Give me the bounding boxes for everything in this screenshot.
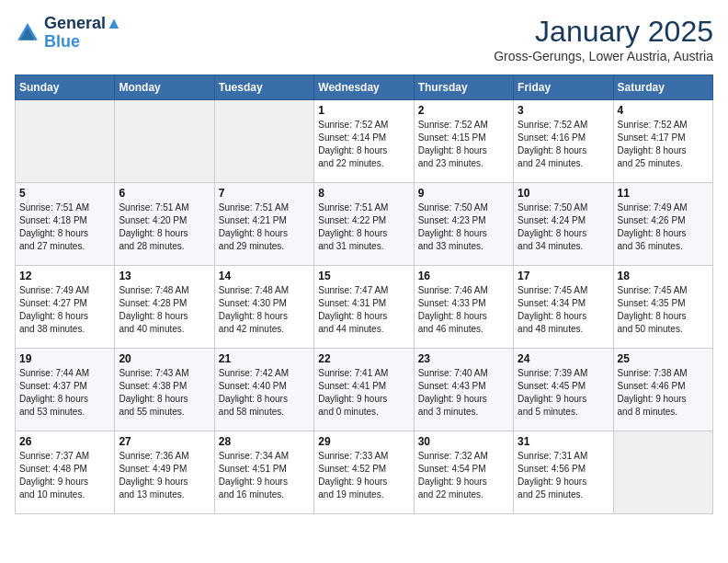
day-number: 22	[318, 352, 409, 365]
calendar-cell: 5Sunrise: 7:51 AM Sunset: 4:18 PM Daylig…	[16, 183, 115, 266]
calendar-cell: 17Sunrise: 7:45 AM Sunset: 4:34 PM Dayli…	[514, 266, 613, 349]
calendar-cell: 2Sunrise: 7:52 AM Sunset: 4:15 PM Daylig…	[414, 100, 513, 183]
calendar-cell	[115, 100, 214, 183]
day-info: Sunrise: 7:52 AM Sunset: 4:14 PM Dayligh…	[318, 119, 409, 170]
calendar-week-row: 1Sunrise: 7:52 AM Sunset: 4:14 PM Daylig…	[16, 100, 713, 183]
day-number: 14	[219, 270, 310, 282]
calendar-cell	[16, 100, 115, 183]
calendar-week-row: 26Sunrise: 7:37 AM Sunset: 4:48 PM Dayli…	[16, 431, 713, 514]
day-of-week-header: Sunday	[16, 75, 115, 100]
calendar-cell	[613, 431, 712, 514]
day-info: Sunrise: 7:52 AM Sunset: 4:15 PM Dayligh…	[418, 119, 509, 170]
location-subtitle: Gross-Gerungs, Lower Austria, Austria	[494, 49, 713, 63]
day-number: 2	[418, 104, 509, 117]
day-number: 17	[518, 270, 609, 282]
page-header: General▲ Blue January 2025 Gross-Gerungs…	[15, 15, 713, 63]
day-info: Sunrise: 7:48 AM Sunset: 4:30 PM Dayligh…	[219, 284, 310, 336]
calendar-cell: 30Sunrise: 7:32 AM Sunset: 4:54 PM Dayli…	[414, 431, 513, 514]
day-of-week-header: Wednesday	[314, 75, 414, 100]
day-number: 19	[19, 352, 110, 365]
calendar-cell: 25Sunrise: 7:38 AM Sunset: 4:46 PM Dayli…	[613, 349, 712, 431]
calendar-cell	[214, 100, 313, 183]
day-number: 28	[219, 435, 310, 448]
logo-text: General▲ Blue	[44, 15, 122, 52]
day-info: Sunrise: 7:32 AM Sunset: 4:54 PM Dayligh…	[418, 450, 509, 501]
day-info: Sunrise: 7:48 AM Sunset: 4:28 PM Dayligh…	[119, 284, 210, 336]
calendar-cell: 31Sunrise: 7:31 AM Sunset: 4:56 PM Dayli…	[514, 431, 613, 514]
day-info: Sunrise: 7:45 AM Sunset: 4:34 PM Dayligh…	[518, 284, 609, 336]
calendar-cell: 21Sunrise: 7:42 AM Sunset: 4:40 PM Dayli…	[214, 349, 313, 431]
day-number: 11	[618, 187, 709, 200]
calendar-cell: 16Sunrise: 7:46 AM Sunset: 4:33 PM Dayli…	[414, 266, 513, 349]
day-info: Sunrise: 7:51 AM Sunset: 4:22 PM Dayligh…	[318, 201, 409, 253]
day-info: Sunrise: 7:52 AM Sunset: 4:17 PM Dayligh…	[618, 119, 709, 170]
calendar-cell: 6Sunrise: 7:51 AM Sunset: 4:20 PM Daylig…	[115, 183, 214, 266]
calendar-cell: 26Sunrise: 7:37 AM Sunset: 4:48 PM Dayli…	[16, 431, 115, 514]
day-of-week-header: Tuesday	[214, 75, 313, 100]
day-number: 8	[318, 187, 409, 200]
day-info: Sunrise: 7:31 AM Sunset: 4:56 PM Dayligh…	[518, 450, 609, 501]
day-info: Sunrise: 7:37 AM Sunset: 4:48 PM Dayligh…	[19, 450, 110, 501]
calendar-cell: 9Sunrise: 7:50 AM Sunset: 4:23 PM Daylig…	[414, 183, 513, 266]
day-info: Sunrise: 7:33 AM Sunset: 4:52 PM Dayligh…	[318, 450, 409, 501]
day-info: Sunrise: 7:34 AM Sunset: 4:51 PM Dayligh…	[219, 450, 310, 501]
day-number: 27	[119, 435, 210, 448]
day-info: Sunrise: 7:50 AM Sunset: 4:24 PM Dayligh…	[518, 201, 609, 253]
calendar-week-row: 19Sunrise: 7:44 AM Sunset: 4:37 PM Dayli…	[16, 349, 713, 431]
calendar-week-row: 12Sunrise: 7:49 AM Sunset: 4:27 PM Dayli…	[16, 266, 713, 349]
day-info: Sunrise: 7:36 AM Sunset: 4:49 PM Dayligh…	[119, 450, 210, 501]
day-info: Sunrise: 7:43 AM Sunset: 4:38 PM Dayligh…	[119, 367, 210, 419]
day-of-week-header: Monday	[115, 75, 214, 100]
day-number: 30	[418, 435, 509, 448]
day-number: 20	[119, 352, 210, 365]
calendar-cell: 10Sunrise: 7:50 AM Sunset: 4:24 PM Dayli…	[514, 183, 613, 266]
day-number: 23	[418, 352, 509, 365]
day-of-week-header: Thursday	[414, 75, 513, 100]
calendar-cell: 22Sunrise: 7:41 AM Sunset: 4:41 PM Dayli…	[314, 349, 414, 431]
day-info: Sunrise: 7:49 AM Sunset: 4:26 PM Dayligh…	[618, 201, 709, 253]
month-title: January 2025	[494, 15, 713, 49]
calendar-cell: 14Sunrise: 7:48 AM Sunset: 4:30 PM Dayli…	[214, 266, 313, 349]
day-number: 13	[119, 270, 210, 282]
title-block: January 2025 Gross-Gerungs, Lower Austri…	[494, 15, 713, 63]
day-info: Sunrise: 7:38 AM Sunset: 4:46 PM Dayligh…	[618, 367, 709, 419]
day-info: Sunrise: 7:51 AM Sunset: 4:18 PM Dayligh…	[19, 201, 110, 253]
logo: General▲ Blue	[15, 15, 122, 52]
calendar-cell: 18Sunrise: 7:45 AM Sunset: 4:35 PM Dayli…	[613, 266, 712, 349]
calendar-cell: 23Sunrise: 7:40 AM Sunset: 4:43 PM Dayli…	[414, 349, 513, 431]
calendar-cell: 1Sunrise: 7:52 AM Sunset: 4:14 PM Daylig…	[314, 100, 414, 183]
logo-icon	[15, 20, 40, 46]
calendar-cell: 29Sunrise: 7:33 AM Sunset: 4:52 PM Dayli…	[314, 431, 414, 514]
calendar-cell: 27Sunrise: 7:36 AM Sunset: 4:49 PM Dayli…	[115, 431, 214, 514]
calendar-cell: 24Sunrise: 7:39 AM Sunset: 4:45 PM Dayli…	[514, 349, 613, 431]
day-number: 25	[618, 352, 709, 365]
calendar-cell: 8Sunrise: 7:51 AM Sunset: 4:22 PM Daylig…	[314, 183, 414, 266]
day-of-week-header: Friday	[514, 75, 613, 100]
day-info: Sunrise: 7:50 AM Sunset: 4:23 PM Dayligh…	[418, 201, 509, 253]
day-info: Sunrise: 7:52 AM Sunset: 4:16 PM Dayligh…	[518, 119, 609, 170]
day-number: 9	[418, 187, 509, 200]
day-number: 4	[618, 104, 709, 117]
day-number: 5	[19, 187, 110, 200]
day-number: 29	[318, 435, 409, 448]
calendar-table: SundayMondayTuesdayWednesdayThursdayFrid…	[15, 75, 713, 514]
day-info: Sunrise: 7:39 AM Sunset: 4:45 PM Dayligh…	[518, 367, 609, 419]
day-info: Sunrise: 7:42 AM Sunset: 4:40 PM Dayligh…	[219, 367, 310, 419]
day-number: 16	[418, 270, 509, 282]
calendar-cell: 3Sunrise: 7:52 AM Sunset: 4:16 PM Daylig…	[514, 100, 613, 183]
calendar-cell: 4Sunrise: 7:52 AM Sunset: 4:17 PM Daylig…	[613, 100, 712, 183]
day-info: Sunrise: 7:41 AM Sunset: 4:41 PM Dayligh…	[318, 367, 409, 419]
calendar-cell: 12Sunrise: 7:49 AM Sunset: 4:27 PM Dayli…	[16, 266, 115, 349]
day-number: 21	[219, 352, 310, 365]
day-number: 6	[119, 187, 210, 200]
day-info: Sunrise: 7:47 AM Sunset: 4:31 PM Dayligh…	[318, 284, 409, 336]
day-info: Sunrise: 7:49 AM Sunset: 4:27 PM Dayligh…	[19, 284, 110, 336]
day-number: 10	[518, 187, 609, 200]
day-of-week-header: Saturday	[613, 75, 712, 100]
day-number: 7	[219, 187, 310, 200]
day-info: Sunrise: 7:46 AM Sunset: 4:33 PM Dayligh…	[418, 284, 509, 336]
calendar-cell: 20Sunrise: 7:43 AM Sunset: 4:38 PM Dayli…	[115, 349, 214, 431]
day-info: Sunrise: 7:45 AM Sunset: 4:35 PM Dayligh…	[618, 284, 709, 336]
calendar-cell: 28Sunrise: 7:34 AM Sunset: 4:51 PM Dayli…	[214, 431, 313, 514]
day-number: 18	[618, 270, 709, 282]
